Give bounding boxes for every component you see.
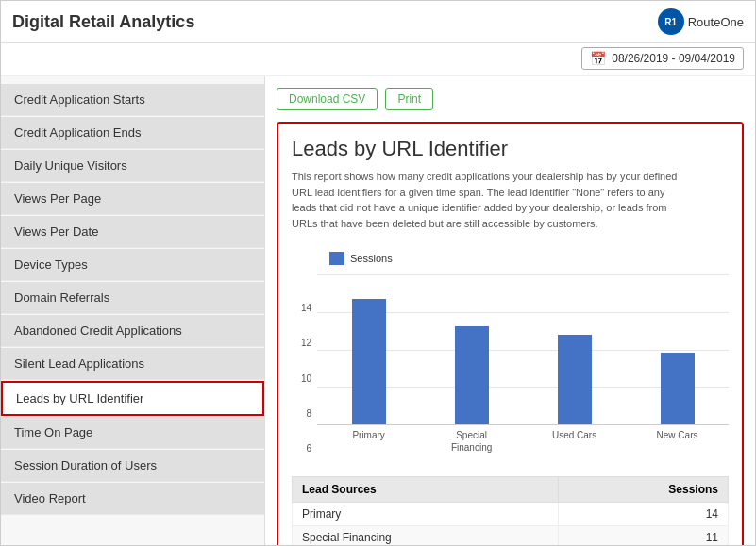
x-labels: Primary SpecialFinancing Used Cars New C… — [317, 425, 729, 454]
header: Digital Retail Analytics R1 RouteOne — [1, 1, 755, 43]
logo-icon: R1 — [658, 8, 684, 35]
header-right: R1 RouteOne — [658, 8, 744, 35]
col-sessions: Sessions — [559, 477, 729, 503]
report-description: This report shows how many credit applic… — [292, 169, 688, 231]
date-range-value: 08/26/2019 - 09/04/2019 — [612, 52, 735, 65]
cell-sessions: 14 — [559, 503, 729, 526]
report-title: Leads by URL Identifier — [292, 137, 729, 161]
x-label-special-financing: SpecialFinancing — [420, 425, 523, 454]
chart-container: Sessions 14 12 10 8 6 — [292, 244, 729, 461]
sidebar-item-views-per-date[interactable]: Views Per Date — [1, 216, 264, 248]
legend-label: Sessions — [350, 253, 393, 264]
bar-special-financing — [420, 274, 523, 424]
bar-special-financing-rect — [455, 326, 489, 424]
date-range[interactable]: 📅 08/26/2019 - 09/04/2019 — [581, 47, 744, 70]
bar-new-cars-rect — [661, 353, 695, 424]
table-row: Primary 14 — [293, 503, 729, 526]
sidebar-item-credit-app-starts[interactable]: Credit Application Starts — [1, 84, 264, 116]
sidebar-item-domain-referrals[interactable]: Domain Referrals — [1, 282, 264, 314]
bar-primary-rect — [352, 299, 386, 424]
x-label-new-cars: New Cars — [626, 425, 729, 454]
sidebar-item-views-per-page[interactable]: Views Per Page — [1, 183, 264, 215]
sidebar-item-video-report[interactable]: Video Report — [1, 483, 264, 515]
chart-area: 14 12 10 8 6 — [301, 274, 729, 454]
app-container: Digital Retail Analytics R1 RouteOne 📅 0… — [0, 0, 756, 546]
sidebar-item-daily-unique-visitors[interactable]: Daily Unique Visitors — [1, 150, 264, 182]
chart-legend: Sessions — [329, 252, 729, 265]
cell-source: Primary — [293, 503, 559, 526]
sidebar-item-time-on-page[interactable]: Time On Page — [1, 417, 264, 449]
table-row: Special Financing 11 — [293, 526, 729, 546]
routeone-logo: R1 RouteOne — [658, 8, 744, 35]
y-label-14: 14 — [301, 303, 311, 313]
cell-sessions: 11 — [559, 526, 729, 546]
sidebar-item-device-types[interactable]: Device Types — [1, 249, 264, 281]
sidebar-item-credit-app-ends[interactable]: Credit Application Ends — [1, 117, 264, 149]
toolbar: Download CSV Print — [277, 88, 744, 110]
y-label-10: 10 — [301, 373, 311, 384]
legend-color-swatch — [329, 252, 344, 265]
data-table: Lead Sources Sessions Primary 14 Special… — [292, 476, 729, 545]
bar-primary — [317, 274, 420, 424]
y-label-12: 12 — [301, 338, 311, 348]
main-layout: Credit Application StartsCredit Applicat… — [1, 76, 755, 545]
sidebar-item-silent-lead[interactable]: Silent Lead Applications — [1, 348, 264, 380]
app-title: Digital Retail Analytics — [12, 12, 194, 32]
report-box: Leads by URL Identifier This report show… — [277, 122, 744, 545]
sidebar-item-leads-by-url[interactable]: Leads by URL Identifier — [1, 381, 264, 416]
content-area: Download CSV Print Leads by URL Identifi… — [265, 76, 755, 545]
bars-and-xaxis: Primary SpecialFinancing Used Cars New C… — [317, 274, 729, 454]
sidebar: Credit Application StartsCredit Applicat… — [1, 76, 265, 545]
bar-used-cars-rect — [558, 335, 592, 424]
logo-text: RouteOne — [688, 15, 744, 29]
col-lead-sources: Lead Sources — [293, 477, 559, 503]
y-label-8: 8 — [307, 408, 312, 419]
x-label-used-cars: Used Cars — [523, 425, 626, 454]
bar-used-cars — [523, 274, 626, 424]
sidebar-item-abandoned-credit[interactable]: Abandoned Credit Applications — [1, 315, 264, 347]
date-range-bar: 📅 08/26/2019 - 09/04/2019 — [1, 43, 755, 76]
y-label-6: 6 — [307, 443, 312, 454]
print-button[interactable]: Print — [385, 88, 433, 110]
y-axis: 14 12 10 8 6 — [301, 303, 317, 454]
calendar-icon: 📅 — [590, 51, 606, 66]
bar-new-cars — [626, 274, 729, 424]
sidebar-item-session-duration[interactable]: Session Duration of Users — [1, 450, 264, 482]
x-label-primary: Primary — [317, 425, 420, 454]
download-csv-button[interactable]: Download CSV — [277, 88, 378, 110]
bars-row — [317, 274, 729, 425]
cell-source: Special Financing — [293, 526, 559, 546]
